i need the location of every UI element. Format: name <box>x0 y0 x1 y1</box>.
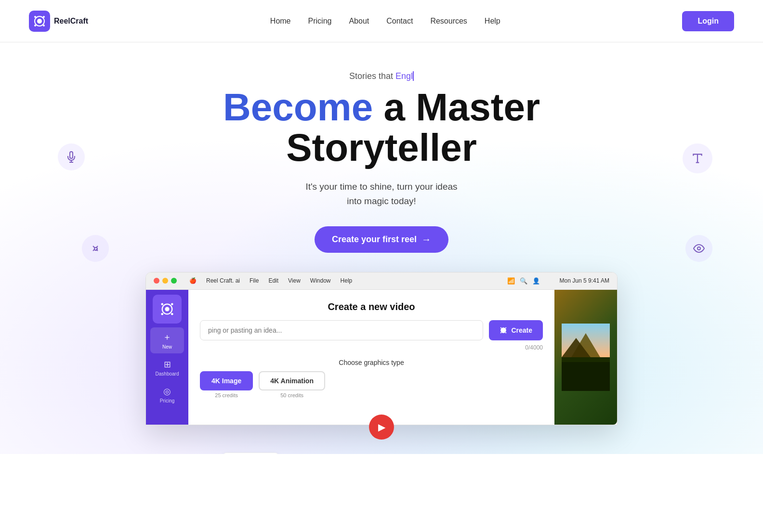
svg-point-1 <box>37 19 42 24</box>
preview-image-panel <box>554 290 617 425</box>
mac-menu-help: Help <box>341 277 353 284</box>
user-icon: 👤 <box>532 277 540 285</box>
app-content: Create a new video <box>188 290 554 425</box>
bubble-eye-icon <box>685 235 712 262</box>
preview-landscape-image <box>562 324 610 391</box>
app-preview-wrapper: 🍎 Reel Craft. ai File Edit View Window H… <box>145 272 618 454</box>
app-content-title: Create a new video <box>200 301 543 312</box>
mac-dot-yellow <box>162 278 168 284</box>
logo-text: ReelCraft <box>54 17 88 26</box>
create-reel-button[interactable]: Create your first reel → <box>315 226 448 253</box>
nav-links: Home Pricing About Contact Resources Hel… <box>270 17 500 26</box>
graphics-label: Choose graphics type <box>200 359 543 366</box>
nav-resources[interactable]: Resources <box>430 17 467 26</box>
hero-section: Stories that Engl Become a MasterStoryte… <box>0 42 763 454</box>
fast-generate-tooltip: Fast Generate <box>223 453 279 454</box>
dashboard-icon: ⊞ <box>164 359 171 370</box>
bubble-mic-icon <box>58 143 85 170</box>
svg-point-3 <box>43 16 45 18</box>
sidebar-logo <box>153 295 182 324</box>
nav-contact[interactable]: Contact <box>386 17 413 26</box>
svg-point-2 <box>34 16 36 18</box>
nav-home[interactable]: Home <box>270 17 291 26</box>
mac-status-icons: 📶 🔍 👤 <box>507 277 540 285</box>
nav-help[interactable]: Help <box>485 17 500 26</box>
svg-point-15 <box>171 303 173 305</box>
logo-icon <box>29 11 50 32</box>
sidebar-item-dashboard[interactable]: ⊞ Dashboard <box>150 355 184 380</box>
svg-point-19 <box>502 329 505 331</box>
logo-link[interactable]: ReelCraft <box>29 11 88 32</box>
svg-point-23 <box>505 332 506 333</box>
svg-point-14 <box>161 303 163 305</box>
search-icon: 🔍 <box>520 277 527 285</box>
create-button[interactable]: Create <box>489 320 543 340</box>
sidebar-item-new[interactable]: ＋ New <box>150 327 184 353</box>
create-reel-icon <box>500 326 507 334</box>
typed-text: Engl <box>395 71 414 81</box>
hero-subtitle: Stories that Engl <box>10 71 753 81</box>
idea-input[interactable] <box>200 320 483 340</box>
4k-anim-option: 4K Animation 50 credits <box>259 371 325 398</box>
navbar: ReelCraft Home Pricing About Contact Res… <box>0 0 763 42</box>
nav-pricing[interactable]: Pricing <box>308 17 332 26</box>
app-body: ＋ New ⊞ Dashboard ◎ Pricing Create a new… <box>146 290 617 425</box>
nav-about[interactable]: About <box>349 17 369 26</box>
idea-input-row: Create <box>200 320 543 340</box>
svg-point-22 <box>500 332 501 333</box>
mac-dot-green <box>171 278 177 284</box>
svg-point-5 <box>43 25 45 26</box>
mac-menu-view: View <box>288 277 301 284</box>
4k-anim-button[interactable]: 4K Animation <box>259 371 325 390</box>
mac-apple-icon: 🍎 <box>189 277 197 284</box>
bubble-type-icon <box>683 143 712 173</box>
svg-point-11 <box>697 247 700 250</box>
bubble-design-icon <box>82 235 109 262</box>
mac-titlebar: 🍎 Reel Craft. ai File Edit View Window H… <box>146 272 617 290</box>
mac-window: 🍎 Reel Craft. ai File Edit View Window H… <box>145 272 618 425</box>
arrow-icon: → <box>421 234 431 245</box>
mac-menu: 🍎 Reel Craft. ai File Edit View Window H… <box>189 277 352 284</box>
4k-anim-credits: 50 credits <box>259 392 325 398</box>
svg-point-21 <box>505 327 506 328</box>
mac-dot-red <box>154 278 159 284</box>
wifi-icon: 📶 <box>507 277 515 285</box>
new-icon: ＋ <box>163 331 171 343</box>
svg-point-16 <box>161 313 163 315</box>
svg-point-13 <box>165 307 169 311</box>
play-button[interactable]: ▶ <box>369 415 394 440</box>
svg-point-4 <box>34 25 36 26</box>
4k-image-button[interactable]: 4K Image <box>200 371 253 390</box>
char-count: 0/4000 <box>200 344 543 351</box>
play-button-overlay: ▶ <box>369 415 394 440</box>
mac-menu-window: Window <box>310 277 331 284</box>
login-button[interactable]: Login <box>682 11 734 31</box>
hero-description: It's your time to shine, turn your ideas… <box>10 180 753 209</box>
mac-menu-file: File <box>250 277 259 284</box>
svg-rect-29 <box>562 362 610 391</box>
hero-title: Become a MasterStoryteller <box>10 87 753 168</box>
svg-point-17 <box>171 313 173 315</box>
mac-menu-edit: Edit <box>268 277 278 284</box>
4k-image-option: 4K Image 25 credits <box>200 371 253 398</box>
sidebar-item-pricing[interactable]: ◎ Pricing <box>150 382 184 407</box>
graphics-options: 4K Image 25 credits 4K Animation 50 cred… <box>200 371 543 398</box>
svg-point-20 <box>500 327 501 328</box>
4k-image-credits: 25 credits <box>200 392 253 398</box>
pricing-icon: ◎ <box>163 386 171 397</box>
app-sidebar: ＋ New ⊞ Dashboard ◎ Pricing <box>146 290 188 425</box>
mac-app-name: Reel Craft. ai <box>206 277 240 284</box>
mac-time: Mon Jun 5 9:41 AM <box>560 277 609 284</box>
